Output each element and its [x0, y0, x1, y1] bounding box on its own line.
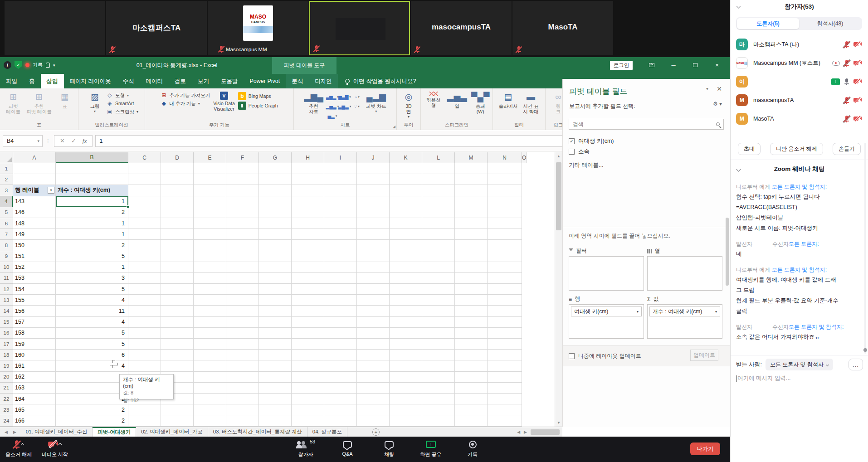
panel-tab-참석자(48)[interactable]: 참석자(48) [799, 18, 861, 29]
cell[interactable] [194, 328, 226, 339]
cell[interactable] [422, 240, 455, 251]
cell[interactable] [390, 339, 422, 350]
chat-scroll-thumb[interactable] [863, 348, 867, 352]
cell[interactable] [422, 174, 455, 185]
cell[interactable] [128, 196, 161, 207]
chat-scrollbar[interactable] [864, 143, 866, 354]
row-header-11[interactable]: 11 [0, 273, 13, 284]
cell[interactable] [226, 306, 259, 316]
cell[interactable] [455, 317, 488, 328]
cell[interactable]: 165 [13, 404, 56, 415]
cell[interactable] [390, 174, 422, 185]
row-header-12[interactable]: 12 [0, 284, 13, 295]
cell[interactable] [455, 218, 488, 229]
column-header-E[interactable]: E [194, 152, 226, 163]
cell[interactable] [56, 372, 128, 383]
video-tile[interactable]: masocampusTA [411, 1, 512, 55]
cell[interactable] [357, 163, 390, 174]
cell[interactable] [194, 394, 226, 404]
cell[interactable]: 143 [13, 196, 56, 207]
cell[interactable] [226, 185, 259, 196]
cell[interactable] [357, 174, 390, 185]
restore-button[interactable] [690, 60, 700, 70]
cell[interactable] [292, 251, 324, 262]
cell[interactable] [422, 185, 455, 196]
cell[interactable] [455, 196, 488, 207]
sheet-tab[interactable]: 04. 정규분포 [307, 427, 347, 437]
cell[interactable] [13, 174, 56, 185]
spark-winloss-button[interactable]: ▀▄▀승패 (W) [470, 91, 491, 115]
cell[interactable] [422, 163, 455, 174]
cell[interactable]: 166 [13, 415, 56, 426]
cell[interactable] [422, 284, 455, 295]
cell[interactable] [259, 415, 292, 426]
cell[interactable]: 11 [56, 306, 128, 316]
cell[interactable] [357, 185, 390, 196]
chat-input[interactable]: 여기에 메시지 입력... [736, 374, 790, 382]
row-header-8[interactable]: 8 [0, 240, 13, 251]
cell[interactable]: 6 [56, 350, 128, 360]
cell[interactable] [390, 251, 422, 262]
cell[interactable] [324, 372, 357, 383]
more-tables-link[interactable]: 기타 테이블... [569, 161, 603, 169]
smartart-button[interactable]: ◈SmartArt [107, 100, 138, 107]
cell[interactable] [259, 251, 292, 262]
video-off-button[interactable]: 비디오 시작 [42, 439, 68, 458]
cell[interactable] [194, 306, 226, 316]
field-chip[interactable]: 여대생 키(cm)▾ [571, 306, 642, 316]
cell[interactable] [422, 372, 455, 383]
cell[interactable] [56, 383, 128, 394]
cell[interactable] [161, 415, 194, 426]
video-tile[interactable]: 마소캠퍼스TA [106, 1, 207, 55]
cell[interactable] [455, 328, 488, 339]
cell[interactable] [194, 372, 226, 383]
cell[interactable] [324, 207, 357, 218]
cell[interactable] [128, 295, 161, 306]
tab-수식[interactable]: 수식 [117, 74, 140, 88]
cell[interactable] [226, 273, 259, 284]
record-button[interactable]: 기록 [459, 439, 486, 458]
cell[interactable] [455, 229, 488, 240]
column-header-O[interactable]: O [522, 152, 527, 163]
cell[interactable] [292, 262, 324, 273]
cell[interactable]: 164 [13, 394, 56, 404]
cell[interactable] [226, 284, 259, 295]
cell[interactable] [488, 415, 522, 426]
cell[interactable] [194, 273, 226, 284]
cell[interactable] [161, 360, 194, 371]
video-tile[interactable]: MasoTA [512, 1, 613, 55]
cell[interactable] [324, 360, 357, 371]
update-button[interactable]: 업데이트 [690, 350, 718, 361]
cell[interactable] [357, 229, 390, 240]
cell[interactable] [488, 404, 522, 415]
cell[interactable] [259, 350, 292, 360]
participants-button[interactable]: 53참가자 [293, 439, 319, 458]
cell[interactable] [226, 251, 259, 262]
column-header-D[interactable]: D [161, 152, 194, 163]
cell[interactable] [194, 383, 226, 394]
cell[interactable] [226, 163, 259, 174]
cell[interactable] [324, 404, 357, 415]
cell[interactable] [455, 404, 488, 415]
cell[interactable] [357, 350, 390, 360]
defer-layout-checkbox[interactable]: 나중에 레이아웃 업데이트 [569, 352, 641, 360]
cell[interactable]: 5 [56, 339, 128, 350]
cell[interactable] [259, 306, 292, 316]
row-header-4[interactable]: 4 [0, 196, 13, 207]
cell[interactable] [259, 185, 292, 196]
cell[interactable] [422, 339, 455, 350]
cell[interactable] [488, 306, 522, 316]
cell[interactable] [161, 174, 194, 185]
column-header-K[interactable]: K [390, 152, 422, 163]
cell[interactable] [390, 218, 422, 229]
cell[interactable] [324, 262, 357, 273]
cell[interactable]: 149 [13, 229, 56, 240]
horizontal-scroll-thumb[interactable] [531, 429, 560, 435]
column-header-L[interactable]: L [422, 152, 455, 163]
cell[interactable] [128, 262, 161, 273]
tab-보기[interactable]: 보기 [192, 74, 215, 88]
cell[interactable] [455, 350, 488, 360]
cell[interactable]: 152 [13, 262, 56, 273]
cell[interactable]: 158 [13, 328, 56, 339]
cell[interactable] [259, 339, 292, 350]
